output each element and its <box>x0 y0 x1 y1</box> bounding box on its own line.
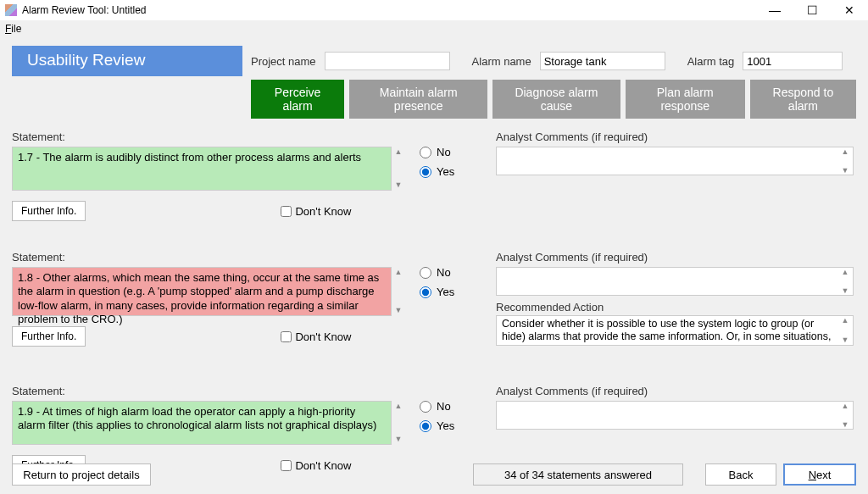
dont-know-checkbox-2[interactable] <box>281 331 292 342</box>
statement-text-3-content: 1.9 - At times of high alarm load the op… <box>18 405 376 431</box>
scroll-arrows[interactable]: ▲▼ <box>392 402 404 444</box>
analyst-comments-input-3[interactable]: ▲▼ <box>496 401 854 430</box>
alarm-tag-label: Alarm tag <box>687 55 735 68</box>
radio-group-1: No Yes <box>420 146 454 185</box>
comments-col-1: Analyst Comments (if required) ▲▼ <box>496 130 855 175</box>
tab-maintain[interactable]: Maintain alarm presence <box>349 80 487 119</box>
comments-col-2: Analyst Comments (if required) ▲▼ Recomm… <box>496 251 855 346</box>
usability-banner: Usability Review <box>12 46 242 76</box>
statement-text-1: 1.7 - The alarm is audibly distinct from… <box>12 147 392 191</box>
statement-label: Statement: <box>12 251 392 264</box>
project-name-input[interactable] <box>325 52 450 70</box>
project-name-label: Project name <box>251 55 316 68</box>
radio-group-3: No Yes <box>420 400 454 439</box>
comments-col-3: Analyst Comments (if required) ▲▼ <box>496 385 855 430</box>
dont-know-label: Don't Know <box>295 330 351 343</box>
radio-yes-1[interactable] <box>420 166 431 178</box>
minimize-button[interactable]: — <box>756 0 793 20</box>
analyst-comments-input-1[interactable]: ▲▼ <box>496 147 854 175</box>
tab-diagnose[interactable]: Diagnose alarm cause <box>492 80 620 119</box>
window-controls: — ☐ ✕ <box>756 0 868 20</box>
no-label: No <box>437 266 451 279</box>
radio-no-1[interactable] <box>420 147 431 158</box>
close-button[interactable]: ✕ <box>831 0 868 20</box>
scroll-arrows[interactable]: ▲▼ <box>392 147 404 190</box>
radio-group-2: No Yes <box>420 266 454 305</box>
yes-label: Yes <box>437 419 454 432</box>
radio-no-2[interactable] <box>420 267 431 279</box>
no-label: No <box>437 400 451 413</box>
tab-plan[interactable]: Plan alarm response <box>626 80 745 119</box>
dont-know-2[interactable]: Don't Know <box>281 330 351 343</box>
return-button[interactable]: Return to project details <box>12 463 151 486</box>
radio-no-3[interactable] <box>420 401 431 413</box>
menu-file[interactable]: File <box>5 23 21 35</box>
scroll-arrows[interactable]: ▲▼ <box>392 268 404 315</box>
dont-know-1[interactable]: Don't Know <box>281 205 351 218</box>
further-info-button-2[interactable]: Further Info. <box>12 326 86 347</box>
recommended-action-box-2[interactable]: Consider whether it is possible to use t… <box>496 315 854 346</box>
dont-know-checkbox-1[interactable] <box>281 206 292 217</box>
yes-label: Yes <box>437 286 454 298</box>
statement-label: Statement: <box>12 130 392 143</box>
titlebar: Alarm Review Tool: Untitled — ☐ ✕ <box>0 0 868 20</box>
no-label: No <box>437 146 451 158</box>
content-area: Usability Review Project name Alarm name… <box>0 37 868 488</box>
app-icon <box>5 4 17 16</box>
recommended-action-label: Recommended Action <box>496 301 855 314</box>
alarm-name-input[interactable] <box>540 52 665 70</box>
footer: Return to project details 34 of 34 state… <box>12 463 856 486</box>
radio-yes-2[interactable] <box>420 286 431 298</box>
recommended-action-text-2: Consider whether it is possible to use t… <box>502 318 831 346</box>
back-button[interactable]: Back <box>705 463 776 486</box>
statement-label: Statement: <box>12 385 392 397</box>
header-row: Usability Review Project name Alarm name… <box>12 46 856 76</box>
maximize-button[interactable]: ☐ <box>793 0 831 20</box>
window-title: Alarm Review Tool: Untitled <box>22 4 147 16</box>
menubar: File <box>0 20 868 37</box>
analyst-comments-label: Analyst Comments (if required) <box>496 385 855 397</box>
alarm-name-label: Alarm name <box>472 55 531 68</box>
yes-label: Yes <box>437 165 454 178</box>
further-info-button-1[interactable]: Further Info. <box>12 201 86 221</box>
statement-text-3: 1.9 - At times of high alarm load the op… <box>12 401 392 445</box>
statement-text-2-content: 1.8 - Other alarms, which mean the same … <box>18 271 379 325</box>
statement-text-1-content: 1.7 - The alarm is audibly distinct from… <box>18 151 361 164</box>
tab-respond[interactable]: Respond to alarm <box>750 80 856 119</box>
dont-know-label: Don't Know <box>295 205 351 218</box>
alarm-tag-input[interactable] <box>743 52 843 70</box>
tabs-row: Perceive alarm Maintain alarm presence D… <box>251 80 856 119</box>
statement-text-2: 1.8 - Other alarms, which mean the same … <box>12 267 392 316</box>
next-button[interactable]: Next <box>783 463 856 486</box>
statement-block-1: Statement: 1.7 - The alarm is audibly di… <box>12 130 856 234</box>
analyst-comments-input-2[interactable]: ▲▼ <box>496 267 854 296</box>
analyst-comments-label: Analyst Comments (if required) <box>496 130 855 143</box>
status-box: 34 of 34 statements answered <box>473 463 683 486</box>
radio-yes-3[interactable] <box>420 420 431 432</box>
analyst-comments-label: Analyst Comments (if required) <box>496 251 855 264</box>
statement-block-2: Statement: 1.8 - Other alarms, which mea… <box>12 251 856 368</box>
tab-perceive[interactable]: Perceive alarm <box>251 80 344 119</box>
